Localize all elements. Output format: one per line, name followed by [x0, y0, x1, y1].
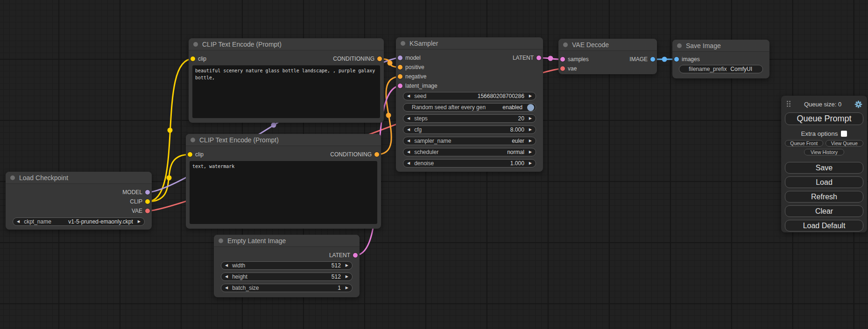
output-port-model[interactable] [145, 190, 150, 195]
output-port-image[interactable] [650, 57, 655, 62]
input-label: clip [195, 151, 204, 158]
prev-value-arrow-icon[interactable]: ◀ [407, 128, 410, 132]
collapse-dot-icon[interactable] [10, 175, 15, 180]
node-titlebar[interactable]: Empty Latent Image [214, 235, 360, 247]
node-vae-decode[interactable]: VAE Decode samples IMAGE vae [558, 39, 657, 74]
widget-seed[interactable]: ◀ seed 156680208700286 ▶ [403, 92, 536, 100]
input-port-model[interactable] [398, 56, 402, 60]
next-value-arrow-icon[interactable]: ▶ [529, 128, 532, 132]
link-dot[interactable] [271, 123, 276, 128]
widget-label: width [232, 262, 245, 269]
input-label: positive [405, 64, 424, 70]
view-history-button[interactable]: View History [804, 149, 844, 155]
node-titlebar[interactable]: CLIP Text Encode (Prompt) [189, 38, 384, 50]
node-clip-text-encode-positive[interactable]: CLIP Text Encode (Prompt) clip CONDITION… [189, 38, 384, 123]
next-value-arrow-icon[interactable]: ▶ [529, 139, 532, 143]
widget-width[interactable]: ◀ width 512 ▶ [221, 261, 353, 270]
node-titlebar[interactable]: Save Image [672, 40, 769, 52]
output-port-latent[interactable] [353, 253, 358, 258]
link-dot[interactable] [662, 57, 667, 62]
output-port-conditioning[interactable] [374, 152, 379, 157]
next-value-arrow-icon[interactable]: ▶ [529, 161, 532, 165]
widget-random-seed-toggle[interactable]: Random seed after every gen enabled [403, 103, 536, 112]
toggle-knob-icon[interactable] [527, 104, 534, 111]
input-port-negative[interactable] [398, 74, 402, 79]
collapse-dot-icon[interactable] [563, 42, 568, 47]
prev-value-arrow-icon[interactable]: ◀ [17, 220, 20, 224]
node-empty-latent-image[interactable]: Empty Latent Image LATENT ◀ width 512 ▶ … [214, 235, 360, 297]
collapse-dot-icon[interactable] [401, 41, 405, 46]
view-queue-button[interactable]: View Queue [826, 140, 864, 147]
widget-scheduler[interactable]: ◀ scheduler normal ▶ [403, 148, 536, 156]
collapse-dot-icon[interactable] [193, 42, 198, 47]
prev-value-arrow-icon[interactable]: ◀ [407, 150, 410, 154]
next-value-arrow-icon[interactable]: ▶ [529, 94, 532, 98]
input-port-clip[interactable] [191, 56, 195, 61]
link-dot[interactable] [548, 56, 553, 61]
prev-value-arrow-icon[interactable]: ◀ [225, 275, 228, 279]
link-dot[interactable] [388, 61, 393, 66]
widget-cfg[interactable]: ◀ cfg 8.000 ▶ [403, 126, 536, 134]
save-button[interactable]: Save [785, 162, 863, 174]
node-titlebar[interactable]: KSampler [396, 37, 543, 49]
input-port-clip[interactable] [188, 152, 192, 157]
output-port-latent[interactable] [536, 56, 541, 60]
input-port-positive[interactable] [398, 65, 402, 70]
next-value-arrow-icon[interactable]: ▶ [529, 117, 532, 120]
widget-height[interactable]: ◀ height 512 ▶ [221, 273, 353, 281]
node-titlebar[interactable]: VAE Decode [558, 39, 657, 51]
prev-value-arrow-icon[interactable]: ◀ [407, 117, 410, 120]
next-value-arrow-icon[interactable]: ▶ [529, 150, 532, 154]
widget-sampler-name[interactable]: ◀ sampler_name euler ▶ [403, 137, 536, 145]
widget-filename-prefix[interactable]: filename_prefix ComfyUI [679, 65, 763, 73]
settings-gear-icon[interactable] [854, 100, 862, 108]
next-value-arrow-icon[interactable]: ▶ [346, 264, 348, 267]
prev-value-arrow-icon[interactable]: ◀ [407, 94, 410, 98]
next-value-arrow-icon[interactable]: ▶ [346, 275, 348, 279]
input-port-images[interactable] [674, 57, 679, 62]
load-default-button[interactable]: Load Default [785, 220, 863, 231]
load-button[interactable]: Load [785, 176, 863, 188]
node-ksampler[interactable]: KSampler model LATENT positive negative … [396, 37, 543, 172]
link-dot[interactable] [167, 175, 172, 181]
node-titlebar[interactable]: Load Checkpoint [6, 172, 152, 184]
collapse-dot-icon[interactable] [219, 238, 223, 243]
input-label: negative [405, 73, 426, 80]
widget-denoise[interactable]: ◀ denoise 1.000 ▶ [403, 159, 536, 168]
input-port-latent-image[interactable] [398, 84, 402, 88]
widget-label: cfg [414, 126, 422, 133]
prev-value-arrow-icon[interactable]: ◀ [407, 161, 410, 165]
prev-value-arrow-icon[interactable]: ◀ [225, 264, 228, 267]
collapse-dot-icon[interactable] [191, 138, 195, 142]
next-value-arrow-icon[interactable]: ▶ [346, 286, 348, 290]
node-canvas[interactable]: { "icons": { "arrow_left": "◀", "arrow_r… [0, 0, 868, 329]
next-value-arrow-icon[interactable]: ▶ [138, 220, 141, 224]
output-port-clip[interactable] [145, 199, 150, 204]
node-save-image[interactable]: Save Image images filename_prefix ComfyU… [672, 40, 769, 78]
clear-button[interactable]: Clear [785, 205, 863, 217]
output-port-vae[interactable] [145, 209, 150, 213]
refresh-button[interactable]: Refresh [785, 191, 863, 203]
drag-handle-icon[interactable] [787, 101, 791, 107]
widget-batch-size[interactable]: ◀ batch_size 1 ▶ [221, 284, 353, 292]
widget-value: 1.000 [510, 160, 524, 167]
queue-prompt-button[interactable]: Queue Prompt [785, 112, 863, 125]
prompt-textarea[interactable]: beautiful scenery nature glass bottle la… [192, 65, 380, 118]
collapse-dot-icon[interactable] [677, 43, 682, 48]
link-dot[interactable] [168, 128, 173, 133]
node-titlebar[interactable]: CLIP Text Encode (Prompt) [186, 134, 381, 146]
widget-label: denoise [414, 160, 434, 167]
queue-front-button[interactable]: Queue Front [785, 140, 823, 147]
output-port-conditioning[interactable] [377, 56, 382, 61]
input-port-vae[interactable] [560, 66, 565, 71]
prev-value-arrow-icon[interactable]: ◀ [225, 286, 228, 290]
prev-value-arrow-icon[interactable]: ◀ [407, 139, 410, 143]
link-dot[interactable] [386, 113, 391, 118]
prompt-textarea[interactable]: text, watermark [190, 161, 377, 224]
widget-ckpt-name[interactable]: ◀ ckpt_name v1-5-pruned-emaonly.ckpt ▶ [13, 217, 145, 226]
input-port-samples[interactable] [560, 57, 565, 62]
extra-options-checkbox[interactable] [841, 131, 847, 137]
node-clip-text-encode-negative[interactable]: CLIP Text Encode (Prompt) clip CONDITION… [186, 134, 381, 229]
widget-steps[interactable]: ◀ steps 20 ▶ [403, 114, 536, 123]
node-load-checkpoint[interactable]: Load Checkpoint MODEL CLIP VAE ◀ ckpt_na… [6, 172, 152, 230]
